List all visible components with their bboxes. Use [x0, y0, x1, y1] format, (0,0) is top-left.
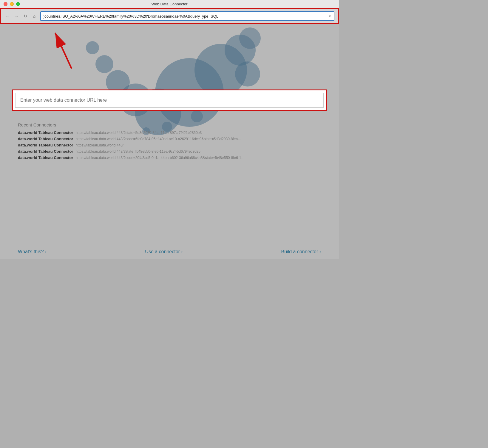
close-button[interactable]	[4, 2, 7, 6]
connector-name: data.world Tableau Connector	[18, 143, 73, 147]
list-item[interactable]: data.world Tableau Connector https://tab…	[18, 130, 321, 135]
minimize-button[interactable]	[10, 2, 14, 6]
build-connector-link[interactable]: Build a connector ›	[281, 249, 321, 254]
connector-url: https://tableau.data.world:443/?code=6fe…	[75, 137, 243, 141]
connector-name: data.world Tableau Connector	[18, 155, 73, 160]
footer: What's this? › Use a connector › Build a…	[0, 244, 339, 259]
svg-line-1	[55, 33, 72, 69]
connector-url: https://tableau.data.world:443/	[75, 143, 123, 147]
list-item[interactable]: data.world Tableau Connector https://tab…	[18, 149, 321, 154]
window-title: Web Data Connector	[151, 2, 187, 6]
main-content: Recent Connectors data.world Tableau Con…	[0, 24, 339, 244]
dropdown-chevron-icon: ▼	[328, 15, 331, 18]
bubble	[191, 110, 203, 122]
list-item[interactable]: data.world Tableau Connector https://tab…	[18, 155, 321, 160]
use-connector-link[interactable]: Use a connector ›	[145, 249, 183, 254]
bubble	[95, 55, 113, 73]
bubble	[239, 27, 261, 49]
url-input[interactable]	[15, 93, 324, 108]
connector-name: data.world Tableau Connector	[18, 137, 73, 141]
browser-chrome: ← → ↻ ⌂ )countries.ISO_A2%0A%20WHERE%20f…	[0, 8, 339, 24]
bubble	[194, 44, 247, 96]
list-item[interactable]: data.world Tableau Connector https://tab…	[18, 137, 321, 141]
traffic-lights	[4, 2, 20, 6]
home-button[interactable]: ⌂	[31, 13, 37, 19]
refresh-button[interactable]: ↻	[22, 13, 28, 19]
recent-connectors-title: Recent Connectors	[18, 122, 321, 127]
maximize-button[interactable]	[16, 2, 20, 6]
connector-url: https://tableau.data.world:443/?state=5d…	[75, 131, 202, 135]
address-bar-text: )countries.ISO_A2%0A%20WHERE%20family%20…	[43, 14, 327, 18]
bubble	[86, 41, 99, 54]
connector-url: https://tableau.data.world:443/?code=20f…	[75, 156, 245, 160]
whats-this-link[interactable]: What's this? ›	[18, 249, 47, 254]
bubble	[225, 35, 256, 66]
forward-button[interactable]: →	[13, 13, 19, 19]
recent-connectors-section: Recent Connectors data.world Tableau Con…	[18, 122, 321, 162]
list-item[interactable]: data.world Tableau Connector https://tab…	[18, 143, 321, 147]
connector-name: data.world Tableau Connector	[18, 149, 73, 154]
connector-name: data.world Tableau Connector	[18, 130, 73, 135]
connector-url: https://tableau.data.world:443/?state=fb…	[75, 149, 200, 154]
bubble	[235, 61, 260, 86]
red-arrow-annotation	[51, 27, 81, 72]
back-button[interactable]: ←	[4, 13, 10, 19]
address-bar[interactable]: )countries.ISO_A2%0A%20WHERE%20family%20…	[40, 11, 334, 21]
title-bar: Web Data Connector	[0, 0, 339, 8]
url-input-section	[12, 89, 327, 111]
